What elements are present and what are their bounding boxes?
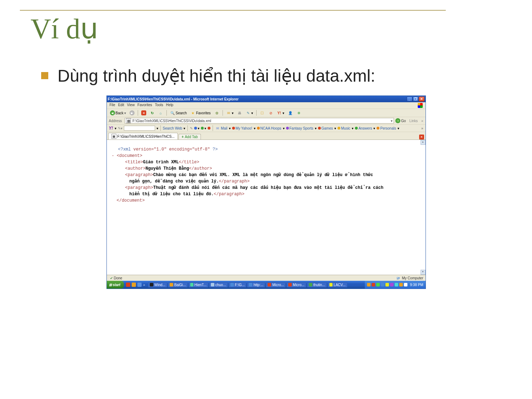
menu-view[interactable]: View bbox=[127, 103, 135, 108]
yahoo-brand[interactable]: Y! bbox=[109, 126, 113, 131]
task-button[interactable]: LACV... bbox=[328, 282, 347, 288]
tray-icon[interactable] bbox=[385, 283, 389, 286]
highlighter-icon[interactable]: ✎ bbox=[190, 126, 193, 130]
yahoo-answers[interactable]: Answers bbox=[355, 126, 372, 130]
ql-icon[interactable] bbox=[132, 283, 136, 287]
ql-chevron-icon[interactable]: » bbox=[143, 283, 145, 287]
messenger-button[interactable]: 👤 bbox=[287, 110, 294, 116]
ql-icon[interactable] bbox=[137, 283, 142, 287]
separator bbox=[213, 125, 213, 131]
yahoo-mail[interactable]: ✉Mail bbox=[215, 126, 227, 131]
tab-close-button[interactable]: ✕ bbox=[419, 135, 424, 140]
pencil-icon[interactable]: ✎▾ bbox=[118, 126, 122, 130]
tray-icon[interactable] bbox=[372, 283, 375, 286]
links-chevron-icon[interactable]: » bbox=[421, 119, 423, 123]
minimize-button[interactable]: _ bbox=[407, 97, 412, 102]
task-button[interactable]: thutin... bbox=[307, 282, 327, 288]
yahoo-myyahoo[interactable]: My Yahoo! bbox=[232, 126, 252, 130]
extra-button[interactable]: ❋ bbox=[295, 110, 302, 116]
content-area: ▴ <?xml version="1.0" encoding="utf-8" ?… bbox=[107, 140, 426, 275]
scroll-up-button[interactable]: ▴ bbox=[421, 140, 426, 145]
mail-button[interactable]: ✉▾ bbox=[225, 110, 235, 116]
tray-icon[interactable] bbox=[395, 283, 398, 286]
window-buttons: _ ❐ ✕ bbox=[407, 97, 424, 102]
menu-file[interactable]: File bbox=[110, 103, 115, 108]
xml-title-text: Giáo trình XML bbox=[143, 160, 179, 165]
yahoo-antispy-icon[interactable] bbox=[208, 127, 210, 130]
yahoo-fantasy[interactable]: Fantasy Sports bbox=[286, 126, 313, 130]
tab-active[interactable]: ▦ F:\GiaoTrinh\XML\CSS\HienThiCS... bbox=[108, 133, 178, 140]
go-label: Go bbox=[401, 119, 406, 123]
task-button[interactable]: Micro... bbox=[266, 282, 286, 288]
forward-button[interactable]: ► bbox=[128, 110, 136, 116]
address-input[interactable]: ▦ F:\GiaoTrinhXML\CSS\HienThiCSS\ViDu\da… bbox=[125, 118, 394, 124]
xml-author-close: </author> bbox=[189, 166, 212, 171]
yahoo-searchweb[interactable]: Search Web bbox=[163, 126, 182, 130]
yahoo-searchweb-dropdown-icon[interactable]: ▾ bbox=[157, 126, 158, 130]
yahoo-personals[interactable]: Personals bbox=[377, 126, 396, 130]
menu-help[interactable]: Help bbox=[166, 103, 174, 108]
heading-rule bbox=[20, 10, 446, 11]
yahoo-games[interactable]: Games bbox=[318, 126, 333, 130]
links-label[interactable]: Links bbox=[410, 119, 418, 123]
block-button[interactable]: ⊘ bbox=[267, 110, 274, 116]
stop-button[interactable]: ✕ bbox=[140, 110, 147, 116]
task-button[interactable]: HienT... bbox=[188, 282, 208, 288]
browser-window: F:\GiaoTrinhXML\CSS\HienThiCSS\ViDu\data… bbox=[106, 95, 426, 289]
yahoo-ncaa[interactable]: NCAA Hoops bbox=[257, 126, 281, 130]
yahoo-bookmark-icon[interactable]: ▾ bbox=[194, 126, 199, 130]
bullet-text: Dùng trình duyệt hiển thị tài liệu data.… bbox=[57, 66, 375, 86]
tray-icon[interactable] bbox=[404, 283, 407, 286]
task-button[interactable]: F:\G... bbox=[229, 282, 247, 288]
tray-icon[interactable] bbox=[376, 283, 380, 286]
separator bbox=[187, 125, 188, 131]
system-tray: 9:38 PM bbox=[365, 281, 425, 289]
menu-edit[interactable]: Edit bbox=[118, 103, 124, 108]
yahoo-chevron-icon[interactable]: » bbox=[421, 126, 423, 130]
tray-icon[interactable] bbox=[390, 283, 394, 286]
ql-icon[interactable] bbox=[126, 283, 130, 287]
refresh-button[interactable]: ↻ bbox=[149, 110, 156, 116]
tray-icon[interactable] bbox=[381, 283, 384, 286]
xml-file-icon: ▦ bbox=[111, 134, 116, 139]
tray-icon[interactable] bbox=[399, 283, 403, 286]
history-button[interactable]: ✿ bbox=[213, 110, 220, 116]
favorites-button[interactable]: ★Favorites bbox=[189, 110, 212, 116]
maximize-button[interactable]: ❐ bbox=[413, 97, 418, 102]
task-button[interactable]: http:... bbox=[247, 282, 265, 288]
home-button[interactable]: ⌂ bbox=[157, 110, 164, 116]
task-button[interactable]: chuo... bbox=[209, 282, 228, 288]
xml-title-close: </title> bbox=[179, 160, 199, 165]
tray-icon[interactable] bbox=[367, 283, 371, 286]
close-button[interactable]: ✕ bbox=[419, 97, 424, 102]
print-button[interactable]: 🖶 bbox=[236, 110, 243, 116]
xml-para2-close: </paragraph> bbox=[214, 192, 244, 197]
start-button[interactable]: ⊞ start bbox=[107, 281, 124, 289]
yahoo-dropdown-icon[interactable]: ▾ bbox=[115, 126, 116, 130]
task-button[interactable]: BaiGi... bbox=[168, 282, 188, 288]
y-icon[interactable]: Y!▾ bbox=[276, 110, 285, 116]
go-button[interactable]: →Go bbox=[395, 118, 406, 123]
yahoo-popup-icon[interactable]: ▾ bbox=[201, 126, 206, 130]
clock[interactable]: 9:38 PM bbox=[408, 283, 423, 287]
xml-para1-text-b: ngắn gọn, dễ dàng cho việc quản lý. bbox=[130, 179, 219, 184]
back-button[interactable]: ◄Back▾ bbox=[109, 110, 127, 116]
yahoo-search-input[interactable] bbox=[124, 126, 155, 131]
back-label: Back bbox=[116, 111, 124, 115]
menu-tools[interactable]: Tools bbox=[155, 103, 163, 108]
search-button[interactable]: 🔍Search bbox=[169, 110, 188, 116]
scroll-down-button[interactable]: ▾ bbox=[421, 270, 426, 275]
tab-add[interactable]: + Add Tab bbox=[179, 134, 201, 140]
taskbar: ⊞ start » Wind... BaiGi... HienT... chuo… bbox=[107, 281, 426, 289]
address-dropdown-icon[interactable]: ▾ bbox=[391, 119, 393, 123]
titlebar-text: F:\GiaoTrinhXML\CSS\HienThiCSS\ViDu\data… bbox=[108, 97, 407, 101]
zone-label: My Computer bbox=[402, 276, 423, 280]
task-button[interactable]: Wind... bbox=[148, 282, 167, 288]
address-bar: Address ▦ F:\GiaoTrinhXML\CSS\HienThiCSS… bbox=[107, 117, 426, 125]
task-button[interactable]: Micro... bbox=[286, 282, 306, 288]
yahoo-music[interactable]: Music bbox=[338, 126, 350, 130]
collapse-toggle[interactable]: - bbox=[112, 153, 117, 158]
menu-favorites[interactable]: Favorites bbox=[137, 103, 152, 108]
edit-button[interactable]: ✎▾ bbox=[245, 110, 254, 116]
discuss-button[interactable]: ☐ bbox=[259, 110, 266, 116]
